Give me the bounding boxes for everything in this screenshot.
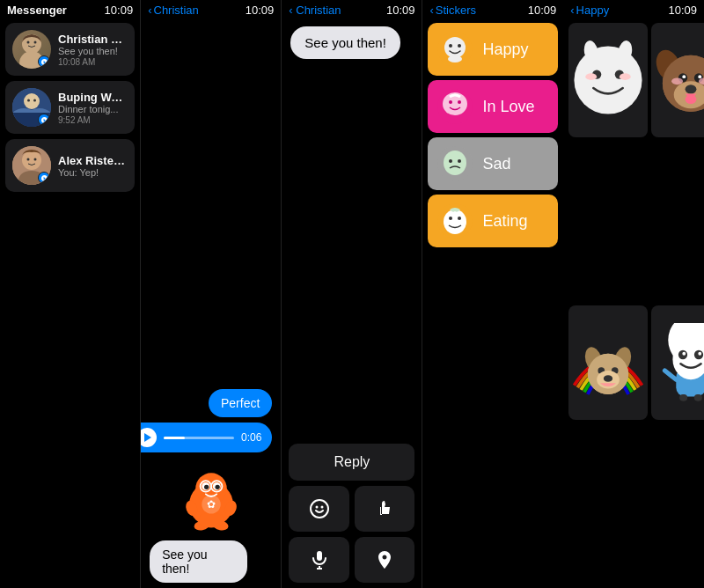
svg-point-7 [33,99,36,102]
svg-point-57 [620,73,631,80]
svg-point-50 [444,209,466,234]
svg-point-69 [686,85,697,93]
audio-progress-bar [164,437,234,439]
category-happy-label: Happy [482,40,528,59]
svg-text:✿: ✿ [207,498,216,511]
action-row-2 [289,537,414,583]
sticker-item[interactable] [568,305,648,420]
svg-point-87 [699,352,702,356]
svg-point-30 [311,500,328,518]
list-item[interactable]: Christian D... See you then! 10:08 AM [5,23,135,76]
contact-preview: Dinner tonig... [58,104,128,114]
contact-preview: You: Yep! [58,167,128,178]
contact-name: Christian D... [58,33,128,46]
svg-point-86 [683,352,686,356]
category-sad[interactable]: Sad [428,137,558,190]
svg-line-88 [665,371,677,379]
sticker-category-list: Happy In Love [422,19,563,588]
messenger-time: 10:09 [105,4,134,17]
reply-message-bubble: See you then! [290,26,400,59]
list-item[interactable]: Alex Ristevs... You: Yep! [5,139,135,192]
list-item[interactable]: Buping Wang Dinner tonig... 9:52 AM [5,81,135,134]
svg-point-71 [671,77,683,85]
category-happy[interactable]: Happy [428,23,558,76]
messenger-panel: Messenger 10:09 [0,0,141,588]
sticker-item[interactable] [568,23,648,137]
happy-sticker-grid [563,19,704,588]
svg-rect-33 [317,551,322,561]
reply-panel: ‹ Christian 10:09 See you then! Reply [282,0,422,588]
svg-point-27 [199,512,224,528]
chat-time: 10:09 [246,4,275,17]
reply-back-button[interactable]: ‹ Christian [289,4,341,17]
contact-time: 10:08 AM [58,57,128,67]
thumbsup-button[interactable] [355,486,415,532]
messenger-status-bar: Messenger 10:09 [0,0,140,19]
category-eating[interactable]: Eating [428,195,558,247]
reply-actions: Reply [282,438,422,588]
contact-name: Buping Wang [58,91,128,104]
inlove-thumb [436,88,473,125]
mic-icon [309,549,330,570]
avatar [12,88,51,127]
reply-time: 10:09 [386,4,415,17]
play-icon [144,433,151,442]
svg-point-40 [448,55,462,62]
happy-sticker-3 [568,323,648,402]
svg-point-3 [34,41,37,44]
avatar [12,146,51,185]
stickers-panel: ‹ Stickers 10:09 Happy [422,0,563,588]
svg-point-52 [458,217,461,220]
contact-name: Alex Ristevs... [58,154,128,167]
svg-point-31 [315,506,318,509]
svg-point-80 [604,375,612,382]
svg-point-43 [449,100,452,104]
svg-rect-90 [679,394,687,401]
reply-button[interactable]: Reply [289,444,414,481]
svg-point-44 [458,100,461,104]
stickers-time: 10:09 [528,4,557,17]
back-button[interactable]: ‹ Christian [148,4,199,17]
category-eating-label: Eating [482,212,527,231]
eating-thumb [436,202,473,239]
svg-point-18 [204,485,209,489]
reply-status-bar: ‹ Christian 10:09 [282,0,422,19]
category-inlove[interactable]: In Love [428,80,558,133]
messenger-title: Messenger [7,4,67,17]
christian-status-bar: ‹ Christian 10:09 [141,0,281,19]
svg-point-10 [22,151,41,170]
happy-sticker-2 [651,40,704,120]
contact-info: Christian D... See you then! 10:08 AM [58,33,128,67]
svg-point-38 [449,44,452,48]
happy-back-button[interactable]: ‹ Happy [570,4,609,17]
stickers-back-button[interactable]: ‹ Stickers [429,4,476,17]
sad-thumb [436,145,473,182]
emoji-icon [309,498,330,519]
svg-point-48 [458,159,461,163]
mic-button[interactable] [289,537,349,583]
svg-point-32 [320,506,323,509]
svg-point-70 [686,95,697,104]
messenger-badge [38,114,50,126]
reply-message-area: See you then! [282,19,422,438]
svg-point-2 [27,41,30,44]
svg-point-37 [444,37,466,58]
location-button[interactable] [355,537,415,583]
contact-info: Buping Wang Dinner tonig... 9:52 AM [58,91,128,125]
avatar [12,30,51,69]
sticker-item[interactable] [651,305,704,420]
audio-message[interactable]: 0:06 [141,423,272,452]
svg-point-53 [575,46,642,114]
svg-point-6 [27,99,30,102]
audio-duration: 0:06 [241,431,261,444]
play-button[interactable] [141,428,157,447]
stickers-status-bar: ‹ Stickers 10:09 [422,0,563,19]
chat-message-area: Perfect 0:06 [141,19,281,588]
emoji-button[interactable] [289,486,349,532]
message-bubble-seeyou: See you then! [150,540,247,583]
svg-point-68 [699,75,702,78]
svg-point-39 [458,44,461,48]
messenger-list: Christian D... See you then! 10:08 AM [0,19,140,588]
sticker-item[interactable] [651,23,704,137]
category-inlove-label: In Love [482,98,534,116]
